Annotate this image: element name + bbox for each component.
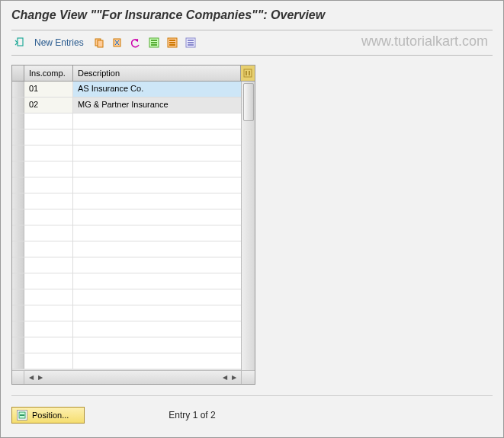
select-all-icon[interactable] [146,35,162,50]
row-selector[interactable] [12,145,24,161]
undo-icon[interactable] [128,35,143,50]
vertical-scrollbar-thumb[interactable] [243,83,254,121]
cell-description[interactable] [73,193,241,209]
cell-code[interactable] [24,273,73,289]
cell-description[interactable] [73,353,241,369]
table-rows: 01AS Insurance Co.02MG & Partner Insuran… [12,82,241,370]
cell-code[interactable] [24,177,73,193]
row-selector[interactable] [12,225,24,241]
cell-code[interactable] [24,161,73,177]
toolbar-separator [11,55,493,56]
table-row[interactable] [12,129,241,145]
cell-description[interactable] [73,113,241,129]
cell-description[interactable] [73,257,241,273]
copy-icon[interactable] [91,35,107,50]
cell-code[interactable] [24,337,73,353]
cell-description[interactable] [73,273,241,289]
cell-code[interactable] [24,305,73,321]
table-row[interactable] [12,337,241,353]
delete-icon[interactable] [110,35,125,50]
new-entries-button[interactable]: New Entries [34,37,84,48]
cell-code[interactable] [24,129,73,145]
cell-code[interactable] [24,145,73,161]
row-selector[interactable] [12,161,24,177]
cell-code[interactable] [24,209,73,225]
row-selector[interactable] [12,209,24,225]
row-selector[interactable] [12,113,24,129]
row-selector[interactable] [12,193,24,209]
row-selector[interactable] [12,353,24,369]
hscroll-right-group: ◀ ▶ [218,371,241,384]
row-selector[interactable] [12,177,24,193]
table-row[interactable] [12,289,241,305]
header-selector-column[interactable] [12,66,24,81]
table-row[interactable] [12,321,241,337]
table-row[interactable] [12,241,241,257]
scroll-left-end-icon[interactable]: ◀ [221,374,229,381]
vertical-scrollbar[interactable] [241,82,255,370]
cell-code[interactable] [24,353,73,369]
cell-description[interactable] [73,289,241,305]
cell-description[interactable]: AS Insurance Co. [73,82,241,97]
cell-description[interactable] [73,161,241,177]
cell-description[interactable] [73,321,241,337]
cell-description[interactable] [73,337,241,353]
table-row[interactable]: 01AS Insurance Co. [12,82,241,98]
table-row[interactable] [12,145,241,161]
row-selector[interactable] [12,305,24,321]
row-selector[interactable] [12,129,24,145]
toggle-display-icon[interactable] [11,35,27,50]
horizontal-scrollbar: ◀ ▶ ◀ ▶ [12,370,255,384]
cell-description[interactable] [73,209,241,225]
table-row[interactable] [12,305,241,321]
cell-code[interactable] [24,321,73,337]
watermark: www.tutorialkart.com [361,34,488,50]
table-row[interactable] [12,225,241,241]
select-block-icon[interactable] [165,35,180,50]
row-selector[interactable] [12,241,24,257]
cell-code[interactable] [24,241,73,257]
row-selector[interactable] [12,337,24,353]
hscroll-track[interactable] [47,371,218,384]
table-row[interactable] [12,161,241,177]
cell-code[interactable]: 01 [24,82,73,97]
cell-code[interactable] [24,225,73,241]
footer: Position... Entry 1 of 2 [11,407,493,424]
table-row[interactable] [12,257,241,273]
deselect-all-icon[interactable] [183,35,198,50]
row-selector[interactable] [12,273,24,289]
column-header-description[interactable]: Description [73,66,241,81]
scroll-right-icon[interactable]: ▶ [37,374,44,381]
row-selector[interactable] [12,98,24,113]
cell-code[interactable] [24,193,73,209]
position-button[interactable]: Position... [11,407,85,424]
table-row[interactable]: 02MG & Partner Insurance [12,98,241,113]
configure-columns-icon[interactable] [241,66,255,81]
row-selector[interactable] [12,321,24,337]
table-row[interactable] [12,353,241,369]
cell-description[interactable] [73,145,241,161]
cell-description[interactable] [73,177,241,193]
row-selector[interactable] [12,289,24,305]
table-row[interactable] [12,177,241,193]
cell-description[interactable] [73,305,241,321]
table-row[interactable] [12,273,241,289]
row-selector[interactable] [12,257,24,273]
row-selector[interactable] [12,82,24,97]
cell-code[interactable] [24,289,73,305]
cell-code[interactable] [24,113,73,129]
scroll-right-end-icon[interactable]: ▶ [230,374,238,381]
table-row[interactable] [12,209,241,225]
cell-description[interactable] [73,129,241,145]
cell-code[interactable] [24,257,73,273]
cell-description[interactable]: MG & Partner Insurance [73,98,241,113]
scroll-left-icon[interactable]: ◀ [27,374,35,381]
cell-code[interactable]: 02 [24,98,73,113]
table-row[interactable] [12,193,241,209]
table-row[interactable] [12,113,241,129]
svg-rect-22 [20,414,24,416]
cell-description[interactable] [73,241,241,257]
table-main: 01AS Insurance Co.02MG & Partner Insuran… [12,82,255,370]
column-header-code[interactable]: Ins.comp. [24,66,73,81]
cell-description[interactable] [73,225,241,241]
